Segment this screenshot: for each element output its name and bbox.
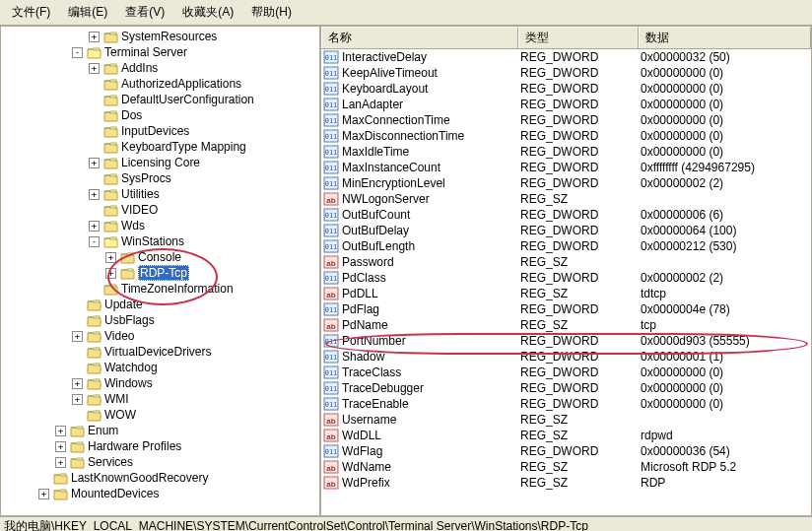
tree-label[interactable]: SystemResources xyxy=(121,30,217,43)
menu-edit[interactable]: 编辑(E) xyxy=(60,2,115,23)
value-row[interactable]: abPdNameREG_SZtcp xyxy=(321,317,811,333)
tree-label[interactable]: VIDEO xyxy=(121,203,158,217)
expand-icon[interactable]: + xyxy=(89,63,100,74)
tree-item[interactable]: DefaultUserConfiguration xyxy=(1,92,319,107)
tree-label[interactable]: Hardware Profiles xyxy=(88,439,181,453)
tree-item[interactable]: +Hardware Profiles xyxy=(1,438,319,454)
tree-item[interactable]: +Windows xyxy=(1,375,319,391)
expand-icon[interactable]: + xyxy=(55,441,66,452)
value-row[interactable]: 011WdFlagREG_DWORD0x00000036 (54) xyxy=(321,443,811,459)
tree-label[interactable]: Utilities xyxy=(121,187,160,201)
collapse-icon[interactable]: - xyxy=(89,236,100,247)
tree-item[interactable]: InputDevices xyxy=(1,123,319,139)
value-row[interactable]: 011InteractiveDelayREG_DWORD0x00000032 (… xyxy=(321,49,811,65)
expand-icon[interactable]: + xyxy=(38,489,49,499)
tree-item[interactable]: LastKnownGoodRecovery xyxy=(1,470,319,486)
tree-label[interactable]: DefaultUserConfiguration xyxy=(121,93,254,106)
value-row[interactable]: 011PortNumberREG_DWORD0x0000d903 (55555) xyxy=(321,333,811,349)
tree-label[interactable]: InputDevices xyxy=(121,124,189,138)
expand-icon[interactable]: + xyxy=(89,189,100,200)
tree-label[interactable]: Console xyxy=(138,250,181,264)
value-row[interactable]: 011OutBufCountREG_DWORD0x00000006 (6) xyxy=(321,207,811,223)
tree-label[interactable]: LastKnownGoodRecovery xyxy=(71,471,208,485)
tree-label[interactable]: AddIns xyxy=(121,61,158,75)
value-row[interactable]: abPdDLLREG_SZtdtcp xyxy=(321,286,811,301)
tree-label[interactable]: Windows xyxy=(104,376,153,390)
tree-item[interactable]: +Video xyxy=(1,328,319,344)
expand-icon[interactable]: + xyxy=(89,158,100,168)
tree-item[interactable]: -WinStations xyxy=(1,233,319,249)
tree-item[interactable]: +Services xyxy=(1,454,319,470)
value-row[interactable]: 011MaxDisconnectionTimeREG_DWORD0x000000… xyxy=(321,128,811,144)
value-row[interactable]: abWdNameREG_SZMicrosoft RDP 5.2 xyxy=(321,459,811,475)
tree-label[interactable]: RDP-Tcp xyxy=(138,265,189,281)
value-row[interactable]: 011PdFlagREG_DWORD0x0000004e (78) xyxy=(321,301,811,317)
tree-label[interactable]: KeyboardType Mapping xyxy=(121,140,246,154)
tree-label[interactable]: WinStations xyxy=(121,234,184,248)
tree-label[interactable]: SysProcs xyxy=(121,171,171,185)
tree-item[interactable]: +MountedDevices xyxy=(1,486,319,501)
tree-item[interactable]: Update xyxy=(1,297,319,312)
expand-icon[interactable]: + xyxy=(55,426,66,436)
value-row[interactable]: 011MaxIdleTimeREG_DWORD0x00000000 (0) xyxy=(321,144,811,160)
col-header-type[interactable]: 类型 xyxy=(518,27,639,48)
value-row[interactable]: 011ShadowREG_DWORD0x00000001 (1) xyxy=(321,349,811,365)
tree-label[interactable]: Licensing Core xyxy=(121,156,200,169)
expand-icon[interactable]: + xyxy=(105,268,116,279)
tree-item[interactable]: +Licensing Core xyxy=(1,155,319,170)
tree-item[interactable]: +AddIns xyxy=(1,60,319,76)
value-row[interactable]: 011TraceDebuggerREG_DWORD0x00000000 (0) xyxy=(321,380,811,396)
tree-item[interactable]: Dos xyxy=(1,107,319,123)
expand-icon[interactable]: + xyxy=(55,457,66,468)
value-row[interactable]: 011PdClassREG_DWORD0x00000002 (2) xyxy=(321,270,811,286)
tree-label[interactable]: Enum xyxy=(88,424,118,437)
value-row[interactable]: abPasswordREG_SZ xyxy=(321,254,811,270)
col-header-data[interactable]: 数据 xyxy=(639,27,811,48)
tree-label[interactable]: Watchdog xyxy=(104,361,158,374)
tree-label[interactable]: WMI xyxy=(104,392,129,406)
menu-favorites[interactable]: 收藏夹(A) xyxy=(174,2,241,23)
tree-item[interactable]: +Utilities xyxy=(1,186,319,202)
value-row[interactable]: 011KeyboardLayoutREG_DWORD0x00000000 (0) xyxy=(321,81,811,97)
tree-pane[interactable]: +SystemResources-Terminal Server+AddInsA… xyxy=(1,27,321,515)
tree-item[interactable]: +SystemResources xyxy=(1,29,319,44)
tree-label[interactable]: VirtualDeviceDrivers xyxy=(104,345,211,359)
tree-label[interactable]: UsbFlags xyxy=(104,313,155,327)
value-row[interactable]: 011TraceClassREG_DWORD0x00000000 (0) xyxy=(321,365,811,380)
tree-label[interactable]: Dos xyxy=(121,108,142,122)
tree-item[interactable]: SysProcs xyxy=(1,170,319,186)
tree-item[interactable]: +Enum xyxy=(1,423,319,438)
tree-label[interactable]: AuthorizedApplications xyxy=(121,77,241,91)
tree-item[interactable]: WOW xyxy=(1,407,319,423)
collapse-icon[interactable]: - xyxy=(72,47,83,58)
value-row[interactable]: 011KeepAliveTimeoutREG_DWORD0x00000000 (… xyxy=(321,65,811,81)
tree-item[interactable]: +Console xyxy=(1,249,319,265)
value-row[interactable]: abWdDLLREG_SZrdpwd xyxy=(321,428,811,443)
menu-view[interactable]: 查看(V) xyxy=(117,2,172,23)
expand-icon[interactable]: + xyxy=(89,32,100,42)
value-row[interactable]: 011LanAdapterREG_DWORD0x00000000 (0) xyxy=(321,97,811,112)
tree-item[interactable]: -Terminal Server xyxy=(1,44,319,60)
menu-help[interactable]: 帮助(H) xyxy=(243,2,300,23)
tree-label[interactable]: WOW xyxy=(104,408,136,422)
tree-label[interactable]: MountedDevices xyxy=(71,487,159,500)
value-row[interactable]: 011MaxConnectionTimeREG_DWORD0x00000000 … xyxy=(321,112,811,128)
expand-icon[interactable]: + xyxy=(72,394,83,405)
tree-label[interactable]: Video xyxy=(104,329,134,343)
value-row[interactable]: 011MinEncryptionLevelREG_DWORD0x00000002… xyxy=(321,175,811,191)
value-row[interactable]: 011TraceEnableREG_DWORD0x00000000 (0) xyxy=(321,396,811,412)
tree-item[interactable]: Watchdog xyxy=(1,360,319,375)
tree-item[interactable]: AuthorizedApplications xyxy=(1,76,319,92)
menu-file[interactable]: 文件(F) xyxy=(4,2,58,23)
value-row[interactable]: 011OutBufLengthREG_DWORD0x00000212 (530) xyxy=(321,238,811,254)
expand-icon[interactable]: + xyxy=(105,252,116,263)
tree-item[interactable]: TimeZoneInformation xyxy=(1,281,319,297)
tree-label[interactable]: TimeZoneInformation xyxy=(121,282,234,296)
expand-icon[interactable]: + xyxy=(72,331,83,342)
tree-item[interactable]: +RDP-Tcp xyxy=(1,265,319,281)
tree-item[interactable]: UsbFlags xyxy=(1,312,319,328)
tree-item[interactable]: VIDEO xyxy=(1,202,319,218)
value-row[interactable]: abWdPrefixREG_SZRDP xyxy=(321,475,811,491)
tree-item[interactable]: +Wds xyxy=(1,218,319,233)
expand-icon[interactable]: + xyxy=(89,221,100,232)
